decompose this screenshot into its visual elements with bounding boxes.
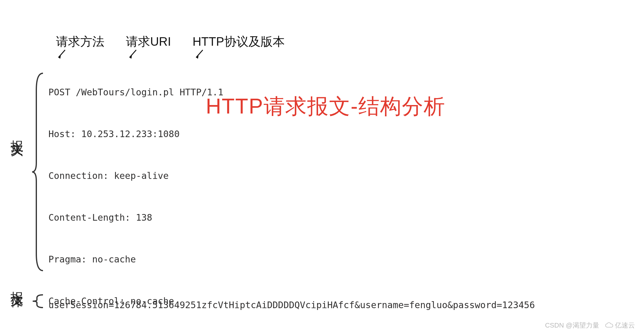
diagram-stage: 请求方法 请求URI HTTP协议及版本 HTTP请求报文-结构分析 POST …	[0, 0, 644, 336]
watermark-brand: 亿速云	[615, 321, 635, 329]
svg-line-4	[196, 50, 203, 58]
request-version: HTTP/1.1	[179, 87, 223, 97]
svg-line-2	[130, 50, 136, 58]
request-method: POST	[48, 87, 70, 97]
label-http-version: HTTP协议及版本	[192, 33, 284, 50]
http-request-block: POST /WebTours/login.pl HTTP/1.1 Host: 1…	[48, 58, 535, 336]
request-line: POST /WebTours/login.pl HTTP/1.1	[48, 85, 535, 99]
svg-line-0	[58, 50, 65, 58]
top-labels-row: 请求方法 请求URI HTTP协议及版本	[56, 33, 303, 50]
watermark: CSDN @渴望力量 亿速云	[545, 321, 635, 330]
label-request-uri: 请求URI	[126, 33, 171, 50]
brace-header-icon	[31, 72, 46, 272]
header-line: Pragma: no-cache	[48, 252, 535, 266]
cloud-icon	[605, 322, 613, 330]
watermark-text: CSDN @渴望力量	[545, 321, 599, 329]
label-request-method: 请求方法	[56, 33, 104, 50]
side-label-header: 报文头	[8, 130, 25, 136]
brace-body-icon	[31, 294, 46, 309]
header-line: Host: 10.253.12.233:1080	[48, 127, 535, 141]
request-body: userSession=126784.513649251zfcVtHiptcAi…	[48, 298, 535, 312]
header-line: Content-Length: 138	[48, 211, 535, 225]
request-uri: /WebTours/login.pl	[76, 87, 174, 97]
side-label-body: 报文体	[8, 282, 25, 287]
header-line: Connection: keep-alive	[48, 169, 535, 183]
